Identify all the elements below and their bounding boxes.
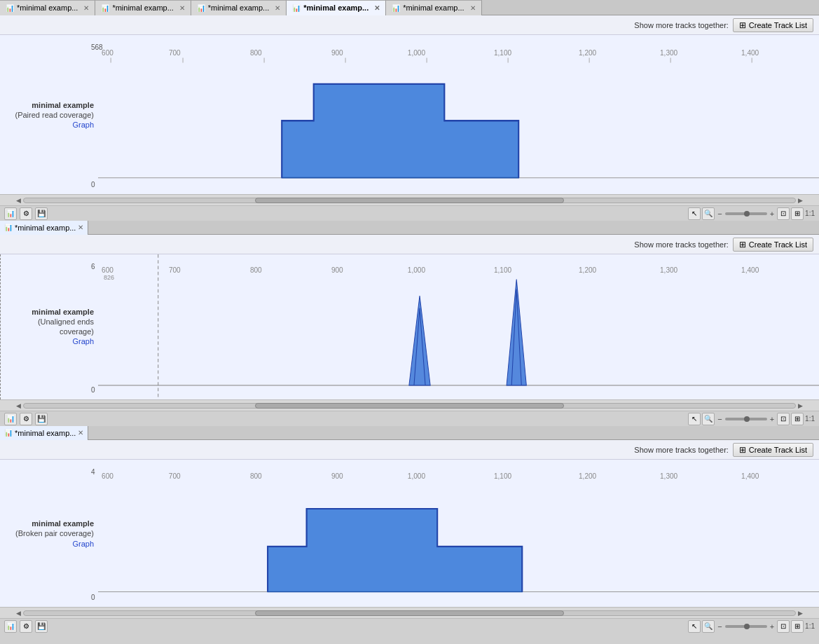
panel-1-cursor-icon[interactable]: ↖ xyxy=(688,207,701,220)
tab-3[interactable]: 📊 *minimal examp... ✕ xyxy=(191,0,287,15)
panel-3-zoom-slider[interactable] xyxy=(725,625,767,628)
panel-1-fit-icon[interactable]: ⊡ xyxy=(777,207,790,220)
panel-2-zoom-icon[interactable]: 🔍 xyxy=(702,413,715,425)
panel-3-scroll-track[interactable] xyxy=(23,610,796,616)
panel-1-show-more-label: Show more tracks together: xyxy=(634,21,729,29)
svg-text:800: 800 xyxy=(250,472,262,480)
panel-3-zoom-minus[interactable]: − xyxy=(716,622,723,631)
panel-2-export-icon[interactable]: 💾 xyxy=(35,413,48,425)
tab-1-close[interactable]: ✕ xyxy=(83,4,89,12)
panel-1-scroll-left[interactable]: ◀ xyxy=(14,197,23,204)
tab-3-close[interactable]: ✕ xyxy=(275,4,280,12)
panel-1-settings-icon[interactable]: ⚙ xyxy=(20,207,32,220)
panel-1-bar-chart-icon[interactable]: 📊 xyxy=(4,207,17,220)
svg-marker-19 xyxy=(282,84,518,178)
tab-2-label: *minimal examp... xyxy=(112,4,173,12)
panel-3-tab-close[interactable]: ✕ xyxy=(78,429,83,437)
panel-3-export-icon[interactable]: 💾 xyxy=(35,620,48,633)
panel-2-zoom-slider[interactable] xyxy=(725,418,767,420)
panel-1-ratio: 1:1 xyxy=(805,210,815,217)
panel-3-scroll-thumb[interactable] xyxy=(255,610,563,616)
tab-4-close[interactable]: ✕ xyxy=(374,4,380,12)
panel-2-create-track-list-button[interactable]: ⊞ Create Track List xyxy=(733,238,813,252)
panel-1-export-icon[interactable]: 💾 xyxy=(35,207,48,220)
panel-1-toolbar-right: ↖ 🔍 − + ⊡ ⊞ 1:1 xyxy=(688,207,815,220)
tab-1-icon: 📊 xyxy=(6,4,14,12)
panel-3-cursor-icon[interactable]: ↖ xyxy=(688,620,701,633)
panel-3-zoom-plus[interactable]: + xyxy=(769,622,776,631)
panel-3-tab[interactable]: 📊 *minimal examp... ✕ xyxy=(0,426,88,440)
panel-2-scroll-right[interactable]: ▶ xyxy=(796,402,805,409)
panel-2-expand-icon[interactable]: ⊞ xyxy=(791,413,804,425)
panel-3: 📊 *minimal examp... ✕ Show more tracks t… xyxy=(0,426,819,633)
panel-1-scroll-thumb[interactable] xyxy=(255,198,563,203)
svg-text:1,300: 1,300 xyxy=(660,265,677,274)
svg-text:700: 700 xyxy=(169,48,181,57)
panel-1-scroll-right[interactable]: ▶ xyxy=(796,197,805,204)
panel-3-fit-icon[interactable]: ⊡ xyxy=(777,620,790,633)
panel-1-zoom-slider[interactable] xyxy=(725,212,767,215)
panel-1-create-track-list-button[interactable]: ⊞ Create Track List xyxy=(733,18,813,32)
tab-5-label: *minimal examp... xyxy=(403,4,464,12)
panel-2: 📊 *minimal examp... ✕ Show more tracks t… xyxy=(0,221,819,426)
tab-4[interactable]: 📊 *minimal examp... ✕ xyxy=(287,0,386,15)
svg-text:700: 700 xyxy=(169,472,181,480)
panel-3-show-more-label: Show more tracks together: xyxy=(634,446,729,454)
svg-text:1,200: 1,200 xyxy=(579,265,596,274)
panel-3-bar-chart-icon[interactable]: 📊 xyxy=(4,620,17,633)
panel-2-fit-icon[interactable]: ⊡ xyxy=(777,413,790,425)
svg-text:800: 800 xyxy=(250,48,262,57)
panel-3-settings-icon[interactable]: ⚙ xyxy=(20,620,32,633)
panel-2-toolbar-right: ↖ 🔍 − + ⊡ ⊞ 1:1 xyxy=(688,413,815,425)
panel-3-scrollbar[interactable]: ◀ ▶ xyxy=(0,607,819,618)
svg-text:1,400: 1,400 xyxy=(741,48,759,57)
panel-3-zoom-icon[interactable]: 🔍 xyxy=(702,620,715,633)
panel-1-scrollbar[interactable]: ◀ ▶ xyxy=(0,194,819,205)
svg-text:1,000: 1,000 xyxy=(408,265,425,274)
panel-1-expand-icon[interactable]: ⊞ xyxy=(791,207,804,220)
panel-2-scroll-thumb[interactable] xyxy=(255,403,563,409)
panel-2-tab-bar: 📊 *minimal examp... ✕ xyxy=(0,221,819,235)
panel-3-create-icon: ⊞ xyxy=(739,445,746,455)
panel-2-tab-label: *minimal examp... xyxy=(15,224,76,232)
svg-text:1,200: 1,200 xyxy=(579,48,596,57)
tab-5-close[interactable]: ✕ xyxy=(470,4,476,12)
panel-3-expand-icon[interactable]: ⊞ xyxy=(791,620,804,633)
svg-text:600: 600 xyxy=(102,48,113,57)
svg-text:600: 600 xyxy=(102,472,113,480)
panel-2-cursor-icon[interactable]: ↖ xyxy=(688,413,701,425)
panel-1-track-label: minimal example (Paired read coverage) G… xyxy=(3,100,94,130)
panel-2-scroll-left[interactable]: ◀ xyxy=(14,402,23,409)
tab-1[interactable]: 📊 *minimal examp... ✕ xyxy=(0,0,95,15)
panel-2-track-graph: Graph xyxy=(3,337,94,347)
panel-2-tab-close[interactable]: ✕ xyxy=(78,224,83,231)
panel-1-create-icon: ⊞ xyxy=(739,20,746,30)
panel-3-scroll-right[interactable]: ▶ xyxy=(796,610,805,617)
panel-2-tab[interactable]: 📊 *minimal examp... ✕ xyxy=(0,221,88,235)
panel-1-scroll-track[interactable] xyxy=(23,198,796,203)
panel-2-ratio: 1:1 xyxy=(805,415,815,423)
panel-2-bar-chart-icon[interactable]: 📊 xyxy=(4,413,17,425)
panel-2-scrollbar[interactable]: ◀ ▶ xyxy=(0,399,819,411)
panel-3-create-track-list-button[interactable]: ⊞ Create Track List xyxy=(733,443,813,457)
tab-5[interactable]: 📊 *minimal examp... ✕ xyxy=(386,0,481,15)
tab-3-label: *minimal examp... xyxy=(208,4,269,12)
panel-3-scroll-left[interactable]: ◀ xyxy=(14,610,23,617)
tab-2[interactable]: 📊 *minimal examp... ✕ xyxy=(95,0,191,15)
panel-2-zoom-minus[interactable]: − xyxy=(716,415,723,423)
panel-2-track-label: minimal example (Unaligned ends coverage… xyxy=(3,307,94,347)
panel-3-header: Show more tracks together: ⊞ Create Trac… xyxy=(0,440,819,460)
panel-2-scroll-track[interactable] xyxy=(23,403,796,409)
panel-1-zoom-icon[interactable]: 🔍 xyxy=(702,207,715,220)
svg-text:900: 900 xyxy=(331,472,343,480)
panel-2-zoom-plus[interactable]: + xyxy=(769,415,776,423)
svg-text:1,000: 1,000 xyxy=(408,472,425,480)
panel-2-settings-icon[interactable]: ⚙ xyxy=(20,413,32,425)
svg-text:1,200: 1,200 xyxy=(579,472,596,480)
panel-1-track-name: minimal example xyxy=(3,100,94,109)
panel-3-toolbar: 📊 ⚙ 💾 ↖ 🔍 − + ⊡ ⊞ 1:1 xyxy=(0,618,819,633)
panel-1-zoom-minus[interactable]: − xyxy=(716,210,723,218)
panel-1-zoom-plus[interactable]: + xyxy=(769,210,776,218)
tab-2-close[interactable]: ✕ xyxy=(179,4,185,12)
panel-1-track-graph: Graph xyxy=(3,120,94,130)
